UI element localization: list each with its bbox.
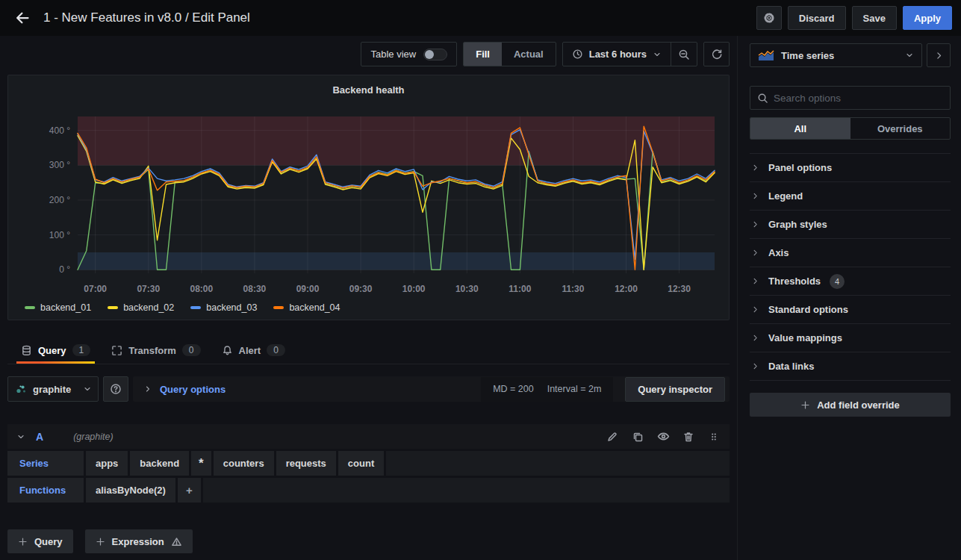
add-field-override-label: Add field override (817, 399, 900, 411)
section-label: Graph styles (768, 219, 827, 230)
datasource-row: graphite Query options MD = 200 Interval… (7, 376, 730, 402)
refresh-button[interactable] (703, 42, 730, 66)
series-segment-apps[interactable]: apps (86, 451, 128, 476)
svg-text:12:30: 12:30 (668, 284, 691, 294)
search-icon (757, 93, 768, 104)
legend-item-backend-04[interactable]: backend_04 (273, 302, 340, 313)
delete-query-button[interactable] (680, 429, 697, 445)
legend-item-backend-03[interactable]: backend_03 (190, 302, 257, 313)
add-expression-button[interactable]: Expression (85, 529, 193, 553)
trash-icon (682, 431, 694, 443)
svg-text:09:30: 09:30 (349, 284, 373, 294)
query-row-card: A (graphite) Series appsbackend*counters… (7, 424, 730, 503)
apply-button[interactable]: Apply (903, 6, 952, 30)
grip-dots-icon (709, 431, 719, 443)
save-button[interactable]: Save (852, 6, 897, 30)
chevron-right-icon (143, 385, 152, 393)
chevron-right-icon (751, 220, 759, 228)
legend-item-backend-02[interactable]: backend_02 (108, 302, 174, 313)
time-picker-group: Last 6 hours (562, 42, 697, 66)
series-segment-count[interactable]: count (338, 451, 384, 476)
chevron-right-icon (751, 362, 759, 370)
sidebar-section-value-mappings[interactable]: Value mappings (750, 324, 951, 352)
series-segment-backend[interactable]: backend (130, 451, 189, 476)
filter-all-button[interactable]: All (750, 118, 850, 139)
discard-button[interactable]: Discard (788, 6, 846, 30)
query-row-header[interactable]: A (graphite) (7, 424, 730, 449)
svg-text:100 °: 100 ° (49, 230, 70, 240)
tab-query[interactable]: Query 1 (21, 337, 90, 364)
sidebar-section-axis[interactable]: Axis (750, 239, 951, 267)
function-chip[interactable]: aliasByNode(2) (86, 478, 175, 503)
query-inspector-button[interactable]: Query inspector (625, 377, 725, 402)
copy-icon (632, 431, 644, 443)
add-field-override-button[interactable]: Add field override (750, 393, 951, 417)
timeseries-panel: Backend health 0 °100 °200 °300 °400 °07… (7, 75, 730, 320)
series-segment-counters[interactable]: counters (214, 451, 274, 476)
refresh-icon (711, 49, 723, 60)
duplicate-query-button[interactable] (629, 429, 646, 445)
sidebar-section-standard-options[interactable]: Standard options (750, 296, 951, 324)
legend-label: backend_04 (289, 302, 340, 313)
table-view-switch[interactable] (423, 49, 447, 60)
query-row-actions (604, 429, 722, 445)
functions-input-filler[interactable] (203, 478, 730, 503)
visualization-name: Time series (781, 50, 898, 61)
sidebar-section-legend[interactable]: Legend (750, 182, 951, 211)
tab-query-count: 1 (72, 344, 91, 356)
query-footer-buttons: Query Expression (7, 529, 730, 553)
query-ref-id: A (36, 431, 43, 443)
section-label: Legend (768, 190, 803, 202)
add-function-button[interactable]: + (178, 478, 201, 503)
tab-transform[interactable]: Transform 0 (111, 337, 200, 364)
panel-toolbar: Table view Fill Actual Last 6 hours (7, 42, 730, 66)
time-range-picker[interactable]: Last 6 hours (563, 49, 671, 60)
series-segments: appsbackend*countersrequestscount (86, 451, 384, 476)
plus-icon (18, 537, 28, 547)
time-range-label: Last 6 hours (589, 49, 647, 60)
drag-handle[interactable] (706, 429, 722, 445)
actual-mode-button[interactable]: Actual (502, 43, 556, 66)
svg-text:07:30: 07:30 (137, 284, 160, 294)
series-input-filler[interactable] (386, 451, 730, 476)
add-expression-label: Expression (112, 536, 164, 547)
timeseries-chart[interactable]: 0 °100 °200 °300 °400 °07:0007:3008:0008… (8, 75, 729, 320)
legend-label: backend_03 (206, 302, 257, 313)
collapse-options-pane-button[interactable] (927, 43, 951, 67)
series-segment-requests[interactable]: requests (276, 451, 336, 476)
section-label: Value mappings (768, 332, 842, 343)
add-query-label: Query (34, 536, 63, 547)
panel-settings-button[interactable] (756, 6, 782, 30)
legend-item-backend-01[interactable]: backend_01 (25, 302, 91, 313)
options-search-input[interactable] (774, 93, 943, 104)
active-tab-underline (16, 361, 95, 364)
zoom-out-button[interactable] (671, 43, 697, 66)
back-button[interactable] (10, 6, 34, 30)
datasource-picker[interactable]: graphite (7, 376, 99, 402)
add-query-button[interactable]: Query (7, 529, 73, 553)
toggle-visibility-button[interactable] (655, 429, 671, 445)
edit-query-button[interactable] (604, 429, 621, 445)
chevron-right-icon (751, 164, 759, 172)
series-segment-wildcard[interactable]: * (191, 451, 211, 476)
chart-legend: backend_01backend_02backend_03backend_04 (25, 302, 340, 313)
fill-mode-button[interactable]: Fill (464, 43, 502, 66)
filter-overrides-button[interactable]: Overrides (850, 118, 951, 139)
options-search[interactable] (750, 86, 951, 110)
table-view-toggle[interactable]: Table view (361, 42, 457, 66)
collapse-chevron-icon[interactable] (16, 432, 25, 441)
chevron-down-icon (653, 50, 662, 59)
sidebar-section-graph-styles[interactable]: Graph styles (750, 211, 951, 239)
sidebar-section-panel-options[interactable]: Panel options (750, 154, 951, 182)
query-row-datasource-hint: (graphite) (73, 432, 113, 442)
options-sidebar: Time series All Overrides Panel optionsL… (737, 36, 961, 560)
clock-icon (572, 49, 583, 60)
query-options-toggle[interactable]: Query options (160, 384, 226, 395)
legend-label: backend_01 (40, 302, 91, 313)
sidebar-section-thresholds[interactable]: Thresholds4 (750, 267, 951, 296)
tab-alert[interactable]: Alert 0 (222, 337, 285, 364)
visualization-picker[interactable]: Time series (750, 43, 922, 67)
svg-text:11:00: 11:00 (509, 284, 531, 294)
datasource-help-button[interactable] (103, 376, 128, 402)
sidebar-section-data-links[interactable]: Data links (750, 352, 951, 381)
